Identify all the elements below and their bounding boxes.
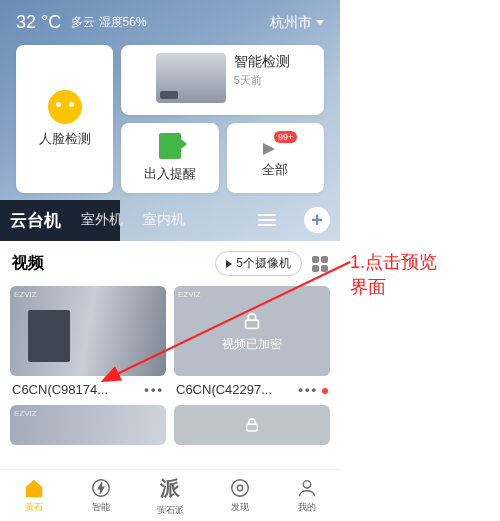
- nav-smart[interactable]: 智能: [90, 477, 112, 514]
- video-more-1[interactable]: •••: [144, 382, 164, 397]
- svg-point-3: [231, 480, 248, 497]
- weather-text: 多云 湿度56%: [71, 14, 146, 31]
- tab-ptz[interactable]: 云台机: [10, 209, 61, 232]
- door-alert-card[interactable]: 出入提醒: [121, 123, 218, 193]
- nav-mine[interactable]: 我的: [296, 477, 318, 514]
- weather-block[interactable]: 32 °C 多云 湿度56%: [16, 12, 147, 33]
- video-name-1: C6CN(C98174...: [12, 382, 108, 397]
- svg-rect-0: [246, 320, 259, 328]
- video-item-4-locked[interactable]: [174, 405, 330, 445]
- all-card[interactable]: 99+ 全部: [227, 123, 324, 193]
- smart-detect-sub: 5天前: [234, 73, 290, 88]
- face-detect-card[interactable]: 人脸检测: [16, 45, 113, 193]
- layout-grid-icon[interactable]: [312, 256, 328, 272]
- svg-rect-1: [247, 424, 258, 431]
- alert-dot-icon: [322, 388, 328, 394]
- lock-icon: [243, 416, 261, 434]
- nav-mine-label: 我的: [298, 501, 316, 514]
- face-icon: [48, 90, 82, 124]
- brand-tag: EZVIZ: [14, 290, 37, 299]
- temperature: 32 °C: [16, 12, 61, 33]
- videos-title: 视频: [12, 253, 44, 274]
- video-preview-2-locked[interactable]: EZVIZ 视频已加密: [174, 286, 330, 376]
- brand-tag: EZVIZ: [178, 290, 201, 299]
- encrypted-label: 视频已加密: [222, 336, 282, 353]
- door-alert-label: 出入提醒: [144, 165, 196, 183]
- video-item-3[interactable]: EZVIZ: [10, 405, 166, 445]
- location-picker[interactable]: 杭州市: [270, 14, 324, 32]
- nav-pai-label: 萤石派: [157, 504, 184, 517]
- annotation-line2: 界面: [350, 275, 437, 300]
- annotation-text: 1.点击预览 界面: [350, 250, 437, 300]
- svg-point-4: [237, 485, 243, 491]
- door-icon: [159, 133, 181, 159]
- all-icon: 99+: [263, 137, 287, 155]
- nav-smart-label: 智能: [92, 501, 110, 514]
- add-button[interactable]: +: [304, 207, 330, 233]
- nav-home-label: 萤石: [25, 501, 43, 514]
- menu-icon[interactable]: [258, 214, 276, 226]
- tab-indoor[interactable]: 室内机: [143, 211, 185, 229]
- nav-discover-label: 发现: [231, 501, 249, 514]
- bottom-nav: 萤石 智能 派 萤石派 发现 我的: [0, 469, 340, 521]
- home-icon: [23, 477, 45, 499]
- discover-icon: [229, 477, 251, 499]
- smart-detect-title: 智能检测: [234, 53, 290, 71]
- annotation-line1: 1.点击预览: [350, 250, 437, 275]
- camera-count-button[interactable]: 5个摄像机: [215, 251, 302, 276]
- svg-point-5: [303, 481, 310, 488]
- nav-pai[interactable]: 派 萤石派: [157, 475, 184, 517]
- pai-icon: 派: [160, 475, 180, 502]
- location-text: 杭州市: [270, 14, 312, 32]
- bolt-icon: [90, 477, 112, 499]
- all-badge: 99+: [274, 131, 297, 143]
- smart-detect-thumb: [156, 53, 226, 103]
- smart-detect-card[interactable]: 智能检测 5天前: [121, 45, 324, 115]
- video-more-2[interactable]: •••: [298, 382, 328, 397]
- profile-icon: [296, 477, 318, 499]
- nav-discover[interactable]: 发现: [229, 477, 251, 514]
- play-icon: [226, 260, 232, 268]
- tab-outdoor[interactable]: 室外机: [81, 211, 123, 229]
- video-item-2[interactable]: EZVIZ 视频已加密 C6CN(C42297... •••: [174, 286, 330, 403]
- brand-tag: EZVIZ: [14, 409, 37, 418]
- nav-home[interactable]: 萤石: [23, 477, 45, 514]
- video-name-2: C6CN(C42297...: [176, 382, 272, 397]
- all-label: 全部: [262, 161, 288, 179]
- video-item-1[interactable]: EZVIZ C6CN(C98174... •••: [10, 286, 166, 403]
- camera-count-label: 5个摄像机: [236, 255, 291, 272]
- video-preview-1[interactable]: EZVIZ: [10, 286, 166, 376]
- face-detect-label: 人脸检测: [39, 130, 91, 148]
- chevron-down-icon: [316, 20, 324, 25]
- lock-icon: [241, 310, 263, 332]
